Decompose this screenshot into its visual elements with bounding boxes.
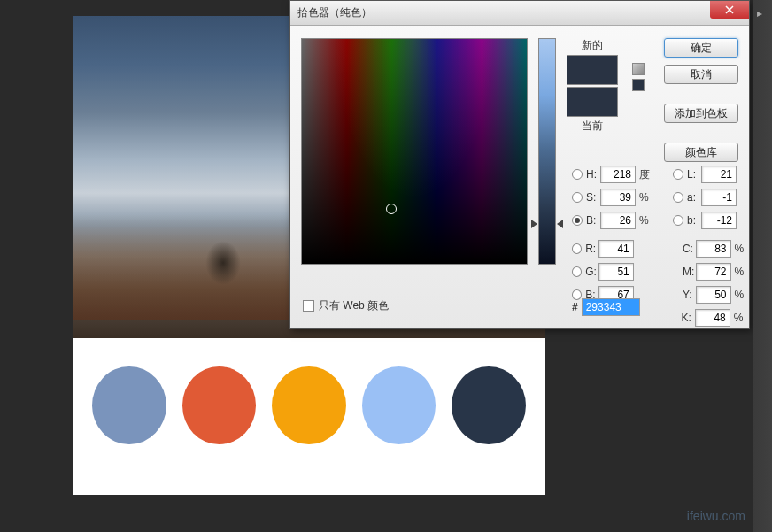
unit-h: 度 — [639, 167, 655, 182]
radio-g[interactable] — [572, 266, 582, 277]
watermark: ifeiwu.com — [687, 509, 745, 523]
hex-prefix: # — [572, 301, 578, 313]
label-c: C: — [683, 243, 696, 255]
right-panel[interactable]: ▸ — [753, 0, 772, 532]
picker-cursor-icon — [386, 204, 397, 214]
label-k: K: — [681, 312, 694, 324]
swatch-1 — [92, 366, 166, 444]
current-color-swatch[interactable] — [567, 87, 618, 117]
label-a: a: — [687, 191, 701, 204]
label-lab-b: b: — [687, 214, 701, 227]
cube-icon[interactable] — [632, 63, 645, 75]
dialog-titlebar[interactable]: 拾色器（纯色） — [290, 1, 749, 26]
hue-slider[interactable] — [538, 38, 556, 265]
current-color-label: 当前 — [582, 119, 603, 134]
input-l[interactable] — [701, 166, 737, 183]
input-s[interactable] — [600, 189, 636, 206]
swatch-2 — [182, 366, 257, 444]
label-m: M: — [683, 266, 696, 278]
nearest-web-icon[interactable] — [632, 79, 645, 91]
swatch-5 — [452, 366, 526, 444]
swatch-4 — [362, 366, 436, 444]
radio-lab-b[interactable] — [673, 215, 683, 226]
label-y: Y: — [683, 289, 696, 301]
label-g: G: — [585, 266, 598, 278]
label-h: H: — [586, 168, 600, 181]
radio-l[interactable] — [673, 169, 683, 180]
radio-s[interactable] — [572, 192, 583, 203]
input-k[interactable] — [695, 309, 730, 327]
input-c[interactable] — [696, 240, 731, 258]
new-color-swatch — [567, 55, 618, 85]
close-icon — [725, 5, 734, 14]
radio-h[interactable] — [572, 169, 583, 180]
input-m[interactable] — [696, 263, 731, 281]
add-to-swatches-button[interactable]: 添加到色板 — [664, 104, 738, 123]
unit-s: % — [639, 191, 655, 204]
slider-arrow-left-icon — [531, 220, 537, 228]
color-field[interactable] — [301, 38, 528, 265]
web-only-checkbox[interactable] — [303, 300, 314, 312]
swatch-3 — [272, 366, 346, 444]
slider-arrow-right-icon — [557, 220, 563, 228]
input-y[interactable] — [696, 286, 731, 304]
radio-r[interactable] — [572, 243, 582, 254]
label-s: S: — [586, 191, 600, 204]
input-a[interactable] — [701, 189, 737, 206]
unit-bb: % — [639, 214, 655, 227]
input-h[interactable] — [600, 166, 636, 183]
label-l: L: — [687, 168, 701, 181]
hex-input[interactable] — [582, 298, 640, 316]
input-bb[interactable] — [600, 212, 636, 229]
web-only-label: 只有 Web 颜色 — [319, 298, 389, 313]
dialog-title: 拾色器（纯色） — [297, 5, 372, 20]
new-color-label: 新的 — [582, 38, 603, 53]
input-g[interactable] — [598, 263, 634, 281]
ok-button[interactable]: 确定 — [664, 38, 738, 58]
panel-arrow-icon: ▸ — [757, 7, 762, 19]
close-button[interactable] — [710, 1, 749, 19]
radio-b[interactable] — [572, 215, 583, 226]
swatch-row — [73, 338, 545, 473]
radio-a[interactable] — [673, 192, 683, 203]
label-bb: B: — [586, 214, 600, 227]
input-r[interactable] — [598, 240, 634, 258]
cancel-button[interactable]: 取消 — [664, 65, 738, 84]
label-r: R: — [585, 243, 598, 255]
color-picker-dialog: 拾色器（纯色） 新的 当前 确定 取消 添加到色板 颜色库 — [290, 0, 750, 329]
input-lab-b[interactable] — [701, 212, 737, 229]
color-libraries-button[interactable]: 颜色库 — [664, 143, 738, 162]
